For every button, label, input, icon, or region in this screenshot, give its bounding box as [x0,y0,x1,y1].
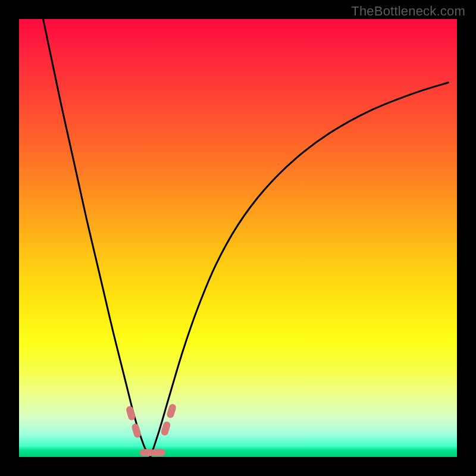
series-group [43,19,448,457]
marker-left-lower [131,423,142,439]
marker-bottom-b [151,449,165,456]
curve-right branch [151,83,448,457]
chart-svg [19,19,457,457]
curve-left branch [43,19,150,457]
marker-group [126,403,177,456]
marker-left-upper [126,405,136,421]
plot-area [19,19,457,457]
marker-right-upper [166,403,177,419]
watermark-text: TheBottleneck.com [351,4,465,19]
chart-stage: TheBottleneck.com [0,0,476,476]
